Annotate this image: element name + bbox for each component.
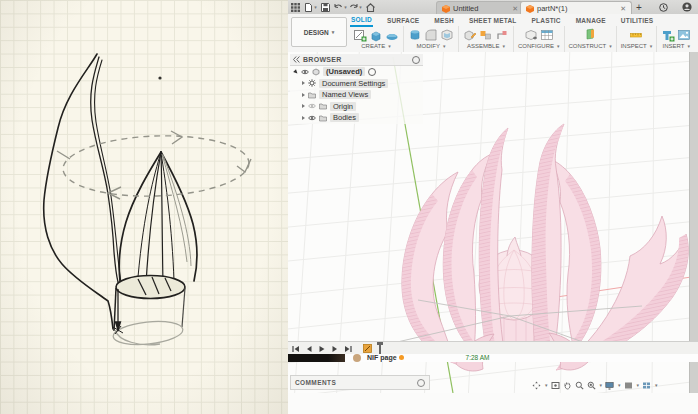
undo-icon[interactable]: ▾	[333, 1, 348, 13]
extrude-icon[interactable]	[369, 28, 383, 42]
close-tab-icon[interactable]: ✕	[620, 5, 626, 13]
design-workspace-dropdown[interactable]: DESIGN▾	[291, 17, 347, 47]
tab-surface[interactable]: SURFACE	[386, 15, 420, 26]
group-label-create[interactable]: CREATE▾	[361, 43, 390, 49]
folder-icon	[308, 91, 316, 99]
browser-panel: BROWSER (Unsaved) Document Settin	[290, 54, 423, 124]
browser-row-document-settings[interactable]: Document Settings	[290, 78, 423, 90]
browser-row-bodies[interactable]: Bodies	[290, 112, 423, 124]
doc-tab-label: Untitled	[453, 4, 478, 13]
tab-plastic[interactable]: PLASTIC	[531, 15, 562, 26]
group-label-assemble[interactable]: ASSEMBLE▾	[467, 43, 505, 49]
row-label[interactable]: Origin	[330, 102, 356, 111]
visibility-eye-icon[interactable]	[308, 114, 316, 122]
go-to-start-icon[interactable]	[292, 345, 300, 353]
revolve-icon[interactable]	[385, 28, 399, 42]
ribbon-toolbar: DESIGN▾ SOLID SURFACE MESH SHEET METAL P…	[288, 14, 698, 53]
display-settings-icon[interactable]	[605, 381, 614, 390]
orbit-icon[interactable]	[532, 381, 541, 390]
zoom-icon[interactable]	[575, 381, 584, 390]
background-row-time: 7:28 AM	[466, 354, 490, 361]
tab-utilities[interactable]: UTILITIES	[620, 15, 655, 26]
look-at-icon[interactable]	[551, 381, 560, 390]
fillet-icon[interactable]	[424, 28, 438, 42]
new-tab-plus-icon[interactable]: +	[632, 0, 646, 14]
expand-triangle-icon[interactable]	[302, 81, 305, 85]
joint-icon[interactable]	[479, 28, 493, 42]
expand-triangle-icon[interactable]	[293, 69, 299, 75]
data-panel-grid-icon[interactable]	[288, 1, 303, 13]
row-label[interactable]: Named Views	[319, 90, 371, 99]
browser-row-origin[interactable]: Origin	[290, 101, 423, 113]
history-clock-icon[interactable]	[656, 0, 670, 14]
group-label-construct[interactable]: CONSTRUCT▾	[569, 43, 612, 49]
insert-derive-icon[interactable]	[661, 28, 675, 42]
group-label-inspect[interactable]: INSPECT▾	[621, 43, 653, 49]
tab-manage[interactable]: MANAGE	[575, 15, 607, 26]
canvas-image-icon[interactable]	[677, 28, 691, 42]
doc-tab-untitled[interactable]: Untitled ✕	[436, 1, 524, 15]
browser-root-row[interactable]: (Unsaved)	[290, 66, 423, 78]
new-component-icon[interactable]	[463, 28, 477, 42]
comments-options-icon[interactable]	[417, 379, 425, 387]
viewports-icon[interactable]	[642, 381, 651, 390]
fit-icon[interactable]	[587, 381, 596, 390]
panel-options-icon[interactable]	[412, 56, 420, 64]
group-label-configure[interactable]: CONFIGURE▾	[518, 43, 560, 49]
effects-icon[interactable]	[624, 381, 633, 390]
browser-header[interactable]: BROWSER	[290, 54, 423, 66]
collapse-panel-icon[interactable]	[293, 56, 300, 63]
sketch-paper-pane	[0, 0, 288, 414]
gear-icon	[308, 79, 316, 87]
tab-solid[interactable]: SOLID	[350, 14, 373, 27]
go-to-end-icon[interactable]	[344, 345, 352, 353]
close-tab-icon[interactable]: ✕	[512, 5, 518, 13]
step-back-icon[interactable]	[305, 345, 313, 353]
construction-plane-icon[interactable]	[583, 28, 597, 42]
expand-triangle-icon[interactable]	[302, 93, 305, 97]
visibility-eye-icon[interactable]	[301, 68, 309, 76]
timeline-playhead[interactable]	[379, 343, 381, 354]
home-icon[interactable]	[363, 1, 378, 13]
press-pull-icon[interactable]	[408, 28, 422, 42]
group-inspect: INSPECT▾	[617, 26, 658, 52]
timeline-bar	[288, 341, 698, 355]
pan-icon[interactable]	[563, 381, 572, 390]
viewport-navbar: ▾ ▾ ▾ ▾ ▾	[532, 379, 658, 391]
row-label[interactable]: Document Settings	[319, 79, 388, 88]
configuration-icon[interactable]	[524, 28, 538, 42]
tab-mesh[interactable]: MESH	[433, 15, 455, 26]
group-label-modify[interactable]: MODIFY▾	[417, 43, 446, 49]
save-icon[interactable]	[318, 1, 333, 13]
step-forward-icon[interactable]	[331, 345, 339, 353]
configuration-table-icon[interactable]	[540, 28, 554, 42]
group-modify: MODIFY▾	[404, 26, 459, 52]
component-color-dot-icon[interactable]	[368, 68, 376, 76]
folder-icon	[319, 102, 327, 110]
folder-icon	[319, 114, 327, 122]
browser-row-named-views[interactable]: Named Views	[290, 89, 423, 101]
comments-bar[interactable]: COMMENTS	[290, 375, 430, 390]
doc-tab-partn[interactable]: partN*(1) ✕	[520, 1, 632, 15]
group-label-insert[interactable]: INSERT▾	[663, 43, 690, 49]
create-sketch-icon[interactable]	[353, 28, 367, 42]
redo-icon[interactable]: ▾	[348, 1, 363, 13]
comments-label: COMMENTS	[295, 379, 336, 386]
expand-triangle-icon[interactable]	[302, 116, 305, 120]
row-label[interactable]: Bodies	[330, 113, 359, 122]
rigid-group-icon[interactable]	[495, 28, 509, 42]
shell-icon[interactable]	[440, 28, 454, 42]
expand-triangle-icon[interactable]	[302, 104, 305, 108]
measure-icon[interactable]	[629, 28, 643, 42]
fusion360-window: ▾ ▾ ▾ Untitled ✕ partN*(1) ✕ +	[288, 0, 698, 414]
background-app-row: NIF page 7:28 AM	[288, 354, 698, 362]
group-construct: CONSTRUCT▾	[565, 26, 617, 52]
root-document-label[interactable]: (Unsaved)	[323, 67, 365, 76]
profile-icon[interactable]	[680, 0, 694, 14]
visibility-eye-off-icon[interactable]	[308, 102, 316, 110]
tab-sheet-metal[interactable]: SHEET METAL	[468, 15, 518, 26]
group-insert: INSERT▾	[657, 26, 695, 52]
sketch-feature-icon[interactable]	[363, 344, 372, 353]
play-icon[interactable]	[318, 345, 326, 353]
new-file-icon[interactable]: ▾	[303, 1, 318, 13]
